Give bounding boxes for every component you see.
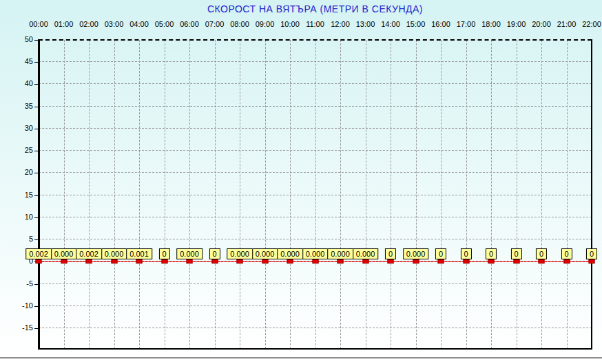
zero-marker: [362, 259, 369, 264]
value-label-box: 0.000: [51, 248, 77, 259]
zero-marker: [86, 259, 92, 264]
y-axis-label: 30: [0, 124, 33, 132]
chart-title: СКОРОСТ НА ВЯТЪРА (МЕТРИ В СЕКУНДА): [38, 3, 592, 14]
value-label-box: 0.000: [302, 248, 329, 259]
x-axis-label: 17:00: [457, 20, 476, 28]
x-axis-label: 15:00: [406, 20, 426, 28]
x-axis-label: 08:00: [230, 20, 249, 28]
x-axis-label: 18:00: [481, 20, 501, 28]
zero-marker: [513, 259, 519, 264]
v-gridline: [240, 40, 240, 349]
x-axis-label: 21:00: [557, 20, 577, 28]
value-label-box: 0.002: [76, 248, 102, 259]
zero-marker: [262, 259, 268, 264]
value-label-box: 0: [460, 248, 471, 259]
v-gridline: [89, 40, 90, 349]
y-axis-line: [38, 39, 40, 350]
value-label-box: 0: [385, 248, 396, 259]
x-axis-label: 10:00: [280, 20, 300, 28]
x-axis-label: 22:00: [582, 20, 601, 28]
zero-marker: [463, 259, 469, 264]
y-axis-label: -10: [0, 301, 33, 310]
x-axis-label: 16:00: [431, 20, 450, 28]
v-gridline: [441, 40, 442, 349]
zero-marker: [36, 259, 42, 264]
x-axis-label: 09:00: [256, 20, 275, 28]
x-axis-label: 01:00: [54, 20, 74, 28]
zero-marker: [338, 259, 344, 264]
value-label-box: 0: [435, 248, 446, 259]
y-axis-label: 5: [0, 235, 33, 243]
x-axis-label: 11:00: [306, 20, 324, 28]
v-gridline: [114, 40, 115, 349]
zero-marker: [312, 259, 318, 264]
value-label-box: 0: [510, 248, 521, 259]
v-gridline: [265, 40, 266, 349]
x-axis-label: 05:00: [155, 20, 174, 28]
value-label-box: 0.000: [353, 248, 379, 259]
value-label-box: 0: [209, 248, 220, 259]
zero-marker: [161, 259, 167, 264]
plot-top-border: [39, 39, 592, 41]
zero-marker: [589, 259, 595, 264]
y-axis-label: -15: [0, 323, 33, 332]
x-axis-label: 04:00: [129, 20, 149, 28]
v-gridline: [165, 40, 165, 349]
v-gridline: [189, 40, 190, 349]
x-axis-label: 19:00: [507, 20, 526, 28]
zero-marker: [211, 259, 218, 264]
zero-marker: [539, 259, 545, 264]
x-axis-label: 12:00: [331, 20, 350, 28]
y-axis-label: 15: [0, 191, 33, 199]
bottom-panel: [0, 358, 602, 364]
v-gridline: [416, 40, 417, 349]
value-label-box: 0.000: [327, 248, 353, 259]
v-gridline: [541, 40, 542, 349]
value-label-box: 0.002: [25, 248, 52, 259]
x-axis-label: 13:00: [356, 20, 375, 28]
value-label-box: 0: [561, 248, 572, 259]
v-gridline: [139, 40, 140, 349]
y-axis-label: -5: [0, 279, 33, 288]
plot-right-border: [591, 39, 592, 350]
value-label-box: 0.000: [227, 248, 253, 259]
x-axis-label: 02:00: [79, 20, 98, 28]
value-label-box: 0.000: [176, 248, 203, 259]
y-axis-label: 35: [0, 102, 33, 110]
v-gridline: [340, 40, 341, 349]
value-label-box: 0.000: [101, 248, 127, 259]
zero-marker: [488, 259, 495, 264]
x-axis-label: 03:00: [105, 20, 124, 28]
v-gridline: [315, 40, 316, 349]
v-gridline: [290, 40, 291, 349]
zero-marker: [237, 259, 243, 264]
value-label-box: 0: [586, 248, 597, 259]
chart-panel: СКОРОСТ НА ВЯТЪРА (МЕТРИ В СЕКУНДА) 00:0…: [0, 0, 602, 364]
x-axis-label: 06:00: [180, 20, 199, 28]
x-axis-label: 14:00: [381, 20, 400, 28]
x-axis-label: 20:00: [532, 20, 551, 28]
y-axis-label: 45: [0, 57, 33, 65]
value-label-box: 0: [486, 248, 497, 259]
zero-marker: [111, 259, 117, 264]
value-label-box: 0: [158, 248, 169, 259]
v-gridline: [391, 40, 391, 349]
zero-marker: [413, 259, 419, 264]
zero-marker: [136, 259, 143, 264]
v-gridline: [466, 40, 467, 349]
x-axis-label: 07:00: [205, 20, 225, 28]
v-gridline: [366, 40, 366, 349]
y-axis-label: 25: [0, 146, 33, 154]
v-gridline: [491, 40, 492, 349]
value-label-box: 0.000: [277, 248, 303, 259]
v-gridline: [517, 40, 517, 349]
zero-marker: [438, 259, 444, 264]
y-axis-label: 40: [0, 79, 33, 87]
v-gridline: [215, 40, 216, 349]
x-axis-label: 00:00: [29, 20, 48, 28]
zero-marker: [187, 259, 193, 264]
v-gridline: [64, 40, 65, 349]
zero-marker: [563, 259, 570, 264]
zero-marker: [287, 259, 293, 264]
v-gridline: [567, 40, 568, 349]
